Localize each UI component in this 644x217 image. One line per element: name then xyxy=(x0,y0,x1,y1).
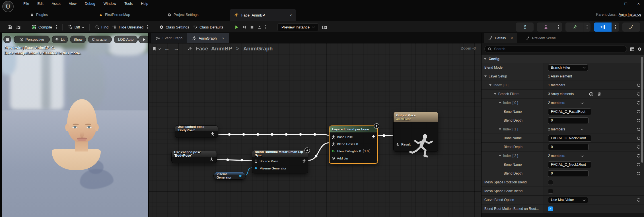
chevron-down-icon[interactable] xyxy=(158,47,161,50)
chevron-down-icon[interactable] xyxy=(581,128,584,130)
graph-tab-animgraph[interactable]: AnimGraph× xyxy=(187,33,229,43)
checkbox-mesh-space-scale-blend[interactable] xyxy=(548,189,553,194)
maximize-button[interactable]: □ xyxy=(623,1,628,6)
save-button[interactable] xyxy=(7,25,12,29)
tab-firstpersonmap[interactable]: FirstPersonMap xyxy=(99,11,130,18)
diff-button[interactable]: Diff xyxy=(68,25,84,29)
input-bone-name[interactable]: FACIAL_C_Neck2Root xyxy=(548,135,591,142)
pin-source-pose[interactable]: Source Pose xyxy=(254,157,306,165)
tab-project-settings[interactable]: Project Settings xyxy=(167,11,199,18)
expander-icon[interactable] xyxy=(494,93,496,95)
breadcrumb-animgraph[interactable]: AnimGraph xyxy=(243,46,273,52)
expander-icon[interactable] xyxy=(489,84,491,86)
viewport-panel[interactable]: PerspectiveLitShowCharacterLOD Auto Prev… xyxy=(0,33,148,217)
menu-tools[interactable]: Tools xyxy=(124,2,133,6)
tab-plugins[interactable]: Plugins xyxy=(30,11,48,18)
pin-result[interactable]: Result xyxy=(396,143,411,146)
viewport-button-lit[interactable]: Lit xyxy=(52,36,68,43)
unreal-logo-icon[interactable]: U xyxy=(2,1,14,12)
graph-tab-event-graph[interactable]: Event Graph xyxy=(151,33,187,43)
animgraph-canvas[interactable]: Use cached pose 'BodyPose' Use cached po… xyxy=(149,43,482,217)
eject-button[interactable] xyxy=(258,25,262,29)
search-input[interactable]: Search xyxy=(484,46,627,52)
menu-edit[interactable]: Edit xyxy=(37,2,44,6)
skeleton-asset-button[interactable] xyxy=(516,22,534,32)
parent-class-link[interactable]: Anim Instance xyxy=(619,13,641,17)
reset-to-default-button[interactable] xyxy=(637,136,641,140)
physics-asset-button[interactable] xyxy=(622,22,640,32)
viewport-play-button[interactable] xyxy=(138,36,148,43)
category-config[interactable]: Config xyxy=(482,55,644,63)
viewport-button-show[interactable]: Show xyxy=(70,36,86,43)
expander-icon[interactable] xyxy=(499,102,501,104)
hide-unrelated-button[interactable]: Hide Unrelated xyxy=(112,25,143,29)
reset-to-default-button[interactable] xyxy=(637,163,641,167)
nav-back-button[interactable]: ← xyxy=(164,46,170,52)
menu-help[interactable]: Help xyxy=(141,2,148,6)
nav-forward-button[interactable]: → xyxy=(174,46,179,52)
pose-output-pin[interactable] xyxy=(303,159,306,163)
reset-to-default-button[interactable] xyxy=(637,145,641,149)
stop-button[interactable] xyxy=(250,25,254,29)
breadcrumb-face-animbp[interactable]: Face_AnimBP xyxy=(196,46,232,52)
reset-to-default-button[interactable] xyxy=(637,172,641,175)
animation-asset-button-options[interactable] xyxy=(583,22,590,32)
expander-icon[interactable] xyxy=(484,75,487,77)
reset-to-default-button[interactable] xyxy=(637,154,641,158)
checkbox-blend-root-motion-based-on-root[interactable]: ✓ xyxy=(548,206,553,211)
blueprint-asset-button-options[interactable] xyxy=(612,22,619,32)
graph-node-blend-lipsync[interactable]: Blend Runtime MetaHuman Lip SyncSource P… xyxy=(252,150,308,173)
viewport-button-perspective[interactable]: Perspective xyxy=(14,36,50,43)
input-blend-depth[interactable]: 0 xyxy=(548,144,589,150)
animation-asset-button[interactable] xyxy=(565,22,583,32)
gear-icon[interactable] xyxy=(637,47,642,51)
reset-to-default-button[interactable] xyxy=(637,110,641,114)
reset-to-default-button[interactable] xyxy=(637,198,641,202)
chevron-down-icon[interactable] xyxy=(581,101,584,104)
class-defaults-button[interactable]: Class Defaults xyxy=(193,25,223,29)
viewport-menu-button[interactable] xyxy=(3,36,11,43)
pin-base-pose[interactable]: Base Pose xyxy=(332,133,375,140)
tab-details[interactable]: Details × xyxy=(484,33,517,43)
input-bone-name[interactable]: FACIAL_C_Neck1Root xyxy=(548,161,591,168)
expander-icon[interactable] xyxy=(499,128,501,130)
viewport-button-character[interactable]: Character xyxy=(88,36,112,43)
preview-instance-dropdown[interactable]: Preview Instance xyxy=(277,23,318,31)
pin-viseme-generator[interactable]: Viseme Generator xyxy=(254,165,306,172)
input-blend-depth[interactable]: 0 xyxy=(548,117,589,124)
minimize-button[interactable]: – xyxy=(610,1,616,6)
graph-node-viseme-generator-var[interactable]: Viseme Generator xyxy=(213,172,246,180)
pose-output-pin[interactable] xyxy=(210,157,213,162)
pose-output-pin[interactable] xyxy=(211,132,214,137)
preview-scene[interactable]: PerspectiveLitShowCharacterLOD Auto Prev… xyxy=(2,33,148,217)
reset-to-default-button[interactable] xyxy=(637,92,641,96)
close-icon[interactable]: × xyxy=(222,36,224,40)
reset-to-default-button[interactable] xyxy=(637,101,641,105)
pin-blend-poses-0[interactable]: Blend Poses 0 xyxy=(332,140,375,148)
menu-window[interactable]: Window xyxy=(104,2,116,6)
menu-view[interactable]: View xyxy=(69,2,77,6)
play-options-button[interactable] xyxy=(265,25,266,29)
viewport-button-lod-auto[interactable]: LOD Auto xyxy=(114,36,138,43)
graph-node-output-pose[interactable]: Output PoseAnimGraph Result xyxy=(393,112,438,152)
add-element-button[interactable] xyxy=(589,92,593,96)
expander-icon[interactable] xyxy=(499,155,501,157)
menu-debug[interactable]: Debug xyxy=(85,2,95,6)
reset-to-default-button[interactable] xyxy=(637,128,641,131)
pin-blend-weights-0[interactable]: Blend Weights 01.0 xyxy=(332,148,375,155)
close-icon[interactable]: × xyxy=(289,13,292,18)
graph-node-use-cached-pose-2[interactable]: Use cached pose 'BodyPose' xyxy=(171,151,217,163)
close-icon[interactable]: × xyxy=(511,36,513,40)
tab-preview-scene[interactable]: Preview Scene... xyxy=(521,33,563,43)
tab-face-animbp[interactable]: Face_AnimBP × xyxy=(230,9,296,21)
browse-button[interactable] xyxy=(16,25,20,29)
menu-file[interactable]: File xyxy=(23,2,29,6)
hide-unrelated-options-button[interactable] xyxy=(147,25,148,29)
browse-preview-button[interactable] xyxy=(322,25,327,29)
expander-icon[interactable] xyxy=(484,58,486,60)
compile-button[interactable]: Compile xyxy=(32,25,52,30)
pin-value[interactable]: 1.0 xyxy=(363,149,370,153)
pin-add-pin[interactable]: Add pin xyxy=(332,155,375,162)
input-blend-depth[interactable]: 0 xyxy=(548,170,589,177)
bookmark-icon[interactable] xyxy=(153,47,156,51)
